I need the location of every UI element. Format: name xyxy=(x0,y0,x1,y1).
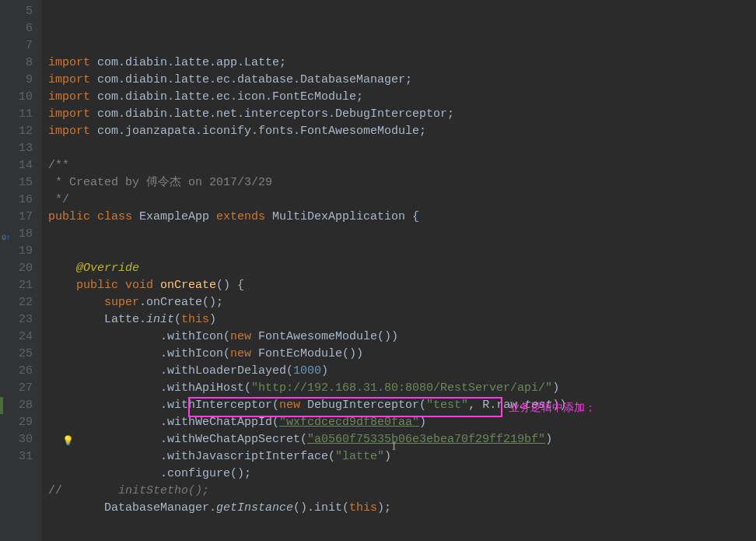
line-number: 13 xyxy=(6,140,33,157)
code-line[interactable]: /** xyxy=(48,157,756,174)
line-number: 29 xyxy=(6,414,33,431)
text-cursor-icon: I xyxy=(392,437,396,455)
code-line[interactable]: public void onCreate() { xyxy=(48,277,756,294)
line-number: 31 xyxy=(6,448,33,465)
code-line[interactable] xyxy=(48,243,756,260)
line-number: 8 xyxy=(6,54,33,72)
line-number: 27 xyxy=(6,380,33,397)
line-number: 11 xyxy=(6,106,33,123)
line-number: 28 xyxy=(6,397,33,414)
line-number: 14 xyxy=(6,157,33,174)
line-number: 30 xyxy=(6,431,33,448)
code-line[interactable]: .withLoaderDelayed(1000) xyxy=(48,363,756,380)
code-line[interactable]: import com.joanzapata.iconify.fonts.Font… xyxy=(48,123,756,140)
line-number: 15 xyxy=(6,174,33,191)
code-line[interactable]: .withIcon(new FontAwesomeModule()) xyxy=(48,328,756,346)
line-number: 7 xyxy=(6,37,33,54)
modified-marker xyxy=(0,397,3,414)
line-number: 19 xyxy=(6,243,33,260)
code-line[interactable]: .withJavascriptInterface("latte") xyxy=(48,448,756,465)
code-line[interactable]: .configure(); xyxy=(48,465,756,483)
line-number-gutter: 56789101112131415161718o↑192021222324252… xyxy=(0,0,42,541)
code-line[interactable]: import com.diabin.latte.net.interceptors… xyxy=(48,106,756,123)
line-number: 25 xyxy=(6,346,33,363)
code-line[interactable]: import com.diabin.latte.ec.icon.FontEcMo… xyxy=(48,89,756,106)
code-line[interactable]: DatabaseManager.getInstance().init(this)… xyxy=(48,500,756,517)
code-line[interactable]: super.onCreate(); xyxy=(48,294,756,311)
code-line[interactable]: @Override xyxy=(48,260,756,277)
line-number: 23 xyxy=(6,311,33,328)
code-line[interactable]: .withWeChatAppSecret("a0560f75335b06e3eb… xyxy=(48,431,756,448)
line-number: 17 xyxy=(6,209,33,226)
line-number: 10 xyxy=(6,89,33,106)
line-number: 18o↑ xyxy=(6,226,33,243)
code-area[interactable]: import com.diabin.latte.app.Latte;import… xyxy=(42,0,756,541)
code-line[interactable]: import com.diabin.latte.app.Latte; xyxy=(48,54,756,72)
line-number: 9 xyxy=(6,72,33,89)
line-number: 5 xyxy=(6,3,33,20)
line-number: 21 xyxy=(6,277,33,294)
line-number: 22 xyxy=(6,294,33,311)
line-number: 24 xyxy=(6,328,33,346)
code-line[interactable]: public class ExampleApp extends MultiDex… xyxy=(48,209,756,226)
line-number: 6 xyxy=(6,20,33,37)
code-line[interactable] xyxy=(48,140,756,157)
code-line[interactable]: import com.diabin.latte.ec.database.Data… xyxy=(48,72,756,89)
line-number: 12 xyxy=(6,123,33,140)
code-line[interactable]: * Created by 傅令杰 on 2017/3/29 xyxy=(48,174,756,191)
code-line[interactable]: .withWeChatAppId("wxfcdcecd9df8e0faa") xyxy=(48,414,756,431)
code-line[interactable] xyxy=(48,226,756,243)
code-line[interactable]: Latte.init(this) xyxy=(48,311,756,328)
code-line[interactable]: .withApiHost("http://192.168.31.80:8080/… xyxy=(48,380,756,397)
code-line[interactable]: .withInterceptor(new DebugInterceptor("t… xyxy=(48,397,756,414)
line-number: 16 xyxy=(6,191,33,209)
code-editor[interactable]: 56789101112131415161718o↑192021222324252… xyxy=(0,0,756,541)
code-line[interactable]: .withIcon(new FontEcModule()) xyxy=(48,346,756,363)
intention-bulb-icon[interactable]: 💡 xyxy=(62,433,74,450)
line-number: 26 xyxy=(6,363,33,380)
code-line[interactable]: */ xyxy=(48,191,756,209)
code-line[interactable]: // initStetho(); xyxy=(48,483,756,500)
line-number: 20 xyxy=(6,260,33,277)
